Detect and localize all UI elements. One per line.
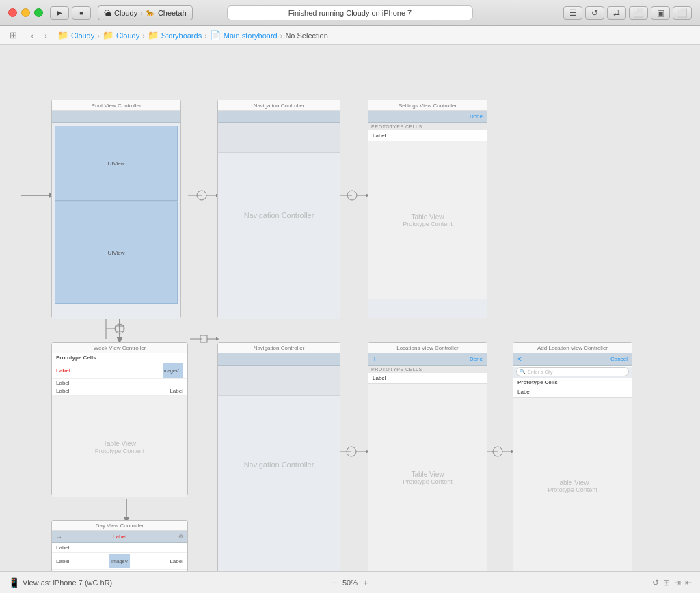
settings-done-button[interactable]: Done — [470, 113, 483, 120]
add-location-back-button[interactable]: < — [517, 355, 522, 363]
storyboard-file-icon: 📄 — [210, 30, 221, 40]
settings-table-sub: Prototype Content — [403, 221, 453, 227]
day-vc-scene: Day View Controller → Label ⚙ Label Labe… — [51, 520, 188, 571]
bc-sep-1: › — [97, 31, 100, 40]
nav-controller-1-title: Navigation Controller — [218, 100, 340, 111]
zoom-out-button[interactable]: − — [332, 577, 337, 588]
nav-controller-1-label: Navigation Controller — [244, 211, 314, 219]
nav-controller-2-title: Navigation Controller — [218, 343, 340, 353]
day-label-r: Label — [170, 558, 183, 564]
add-location-cell-label: Label — [513, 387, 632, 398]
device-info: 📱 View as: iPhone 7 (wC hR) — [8, 577, 112, 588]
main-canvas: Root View Controller UIView UIView Navig… — [0, 45, 700, 571]
day-nav-left-icon: → — [56, 534, 62, 540]
add-location-cancel-button[interactable]: Cancel — [610, 356, 628, 362]
settings-section-header: PROTOTYPE CELLS — [368, 123, 487, 130]
grid-view-button[interactable]: ⊞ — [5, 28, 21, 43]
svg-point-8 — [115, 324, 124, 333]
stop-button[interactable]: ■ — [72, 6, 91, 20]
locations-plus-button[interactable]: + — [373, 355, 377, 363]
week-label-r: Label — [170, 388, 183, 394]
bc-storyboards[interactable]: Storyboards — [161, 31, 202, 40]
svg-point-20 — [493, 447, 502, 456]
locations-done-button[interactable]: Done — [470, 356, 483, 362]
nav-controller-2-label: Navigation Controller — [244, 460, 314, 469]
week-table: Table View Prototype Content — [52, 396, 187, 497]
locations-section-header: PROTOTYPE CELLS — [368, 366, 487, 373]
inspector-button[interactable]: ⬜ — [673, 6, 692, 20]
locations-cell-label: Label — [368, 373, 487, 384]
grid-icon[interactable]: ⊞ — [663, 578, 670, 588]
bc-sep-4: › — [280, 31, 283, 40]
uiview1-label: UIView — [107, 161, 124, 167]
toolbar-right: ☰ ↺ ⇄ ⬜ ▣ ⬜ — [563, 6, 700, 20]
day-nav-title: Label — [113, 534, 127, 540]
nav-controller-2-scene: Navigation Controller Navigation Control… — [217, 342, 340, 571]
back-forward-button[interactable]: ⇄ — [607, 6, 626, 20]
bc-cloudy2[interactable]: Cloudy — [116, 31, 139, 40]
scheme-separator: › — [140, 9, 143, 17]
minimize-button[interactable] — [21, 8, 30, 17]
add-location-vc-title: Add Location View Controller — [513, 343, 632, 353]
bc-sep-2: › — [142, 31, 145, 40]
svg-rect-12 — [116, 326, 124, 331]
day-label-center: Label — [56, 544, 183, 551]
device-label: View as: iPhone 7 (wC hR) — [23, 579, 112, 587]
locations-vc-scene: Locations View Controller + Done PROTOTY… — [368, 342, 487, 571]
bc-main-storyboard[interactable]: Main.storyboard — [224, 31, 278, 40]
breadcrumb-bar: ⊞ ‹ › 📁 Cloudy › 📁 Cloudy › 📁 Storyboard… — [0, 26, 700, 45]
uiview-2: UIView — [55, 202, 178, 304]
bc-cloudy[interactable]: Cloudy — [71, 31, 94, 40]
add-location-vc-scene: Add Location View Controller < Cancel 🔍 … — [513, 342, 632, 571]
svg-rect-14 — [200, 335, 207, 342]
back-nav-button[interactable]: ‹ — [26, 29, 38, 42]
bottom-right-controls: ↺ ⊞ ⇥ ⇤ — [652, 578, 692, 588]
scheme-selector[interactable]: 🌥 Cloudy › 🐆 Cheetah — [98, 5, 193, 20]
zoom-level: 50% — [342, 579, 358, 587]
refresh-icon[interactable]: ↺ — [652, 578, 659, 588]
root-vc-title: Root View Controller — [52, 100, 180, 111]
locations-vc-title: Locations View Controller — [368, 343, 487, 353]
traffic-lights — [0, 8, 43, 17]
svg-point-17 — [347, 447, 356, 456]
uiview2-label: UIView — [107, 250, 124, 256]
city-search-placeholder: Enter a City — [528, 370, 553, 374]
editor-mode-button[interactable]: ☰ — [563, 6, 582, 20]
panel-button[interactable]: ▣ — [651, 6, 670, 20]
week-label-red: Label — [56, 368, 70, 374]
target-name: Cheetah — [158, 9, 187, 17]
day-label-l: Label — [56, 558, 70, 564]
svg-point-2 — [197, 191, 206, 200]
week-section-header: Prototype Cells — [52, 353, 187, 362]
storyboard-canvas[interactable]: Root View Controller UIView UIView Navig… — [0, 45, 700, 571]
close-button[interactable] — [8, 8, 17, 17]
add-location-table-sub: Prototype Content — [548, 486, 597, 493]
fit-width-icon[interactable]: ⇥ — [674, 578, 681, 588]
settings-vc-scene: Settings View Controller Done PROTOTYPE … — [368, 100, 487, 318]
run-status: Finished running Cloudy on iPhone 7 — [227, 5, 473, 20]
bc-no-selection: No Selection — [285, 31, 327, 40]
locations-table-sub: Prototype Content — [403, 478, 453, 485]
forward-nav-button[interactable]: › — [40, 29, 52, 42]
week-table-text: Table View — [103, 440, 136, 447]
target-icon: 🐆 — [146, 8, 155, 17]
settings-table-placeholder: Table View Prototype Content — [368, 141, 487, 299]
search-icon: 🔍 — [520, 369, 526, 374]
bc-sep-3: › — [204, 31, 207, 40]
day-vc-title: Day View Controller — [52, 521, 187, 531]
layout-button[interactable]: ⬜ — [629, 6, 648, 20]
zoom-in-button[interactable]: + — [363, 577, 368, 588]
maximize-button[interactable] — [34, 8, 43, 17]
fit-height-icon[interactable]: ⇤ — [685, 578, 692, 588]
bottom-bar: 📱 View as: iPhone 7 (wC hR) − 50% + ↺ ⊞ … — [0, 571, 700, 593]
cloudy-folder-icon: 📁 — [57, 30, 68, 40]
week-vc-scene: Week View Controller Prototype Cells Lab… — [51, 342, 188, 496]
run-button[interactable]: ▶ — [50, 6, 69, 20]
add-location-table-text: Table View — [556, 479, 589, 486]
titlebar: ▶ ■ 🌥 Cloudy › 🐆 Cheetah Finished runnin… — [0, 0, 700, 26]
city-search-bar[interactable]: 🔍 Enter a City — [516, 367, 629, 376]
run-status-text: Finished running Cloudy on iPhone 7 — [288, 9, 412, 17]
refresh-button[interactable]: ↺ — [585, 6, 604, 20]
storyboards-folder-icon: 📁 — [148, 30, 159, 40]
scheme-name: Cloudy — [114, 9, 137, 17]
